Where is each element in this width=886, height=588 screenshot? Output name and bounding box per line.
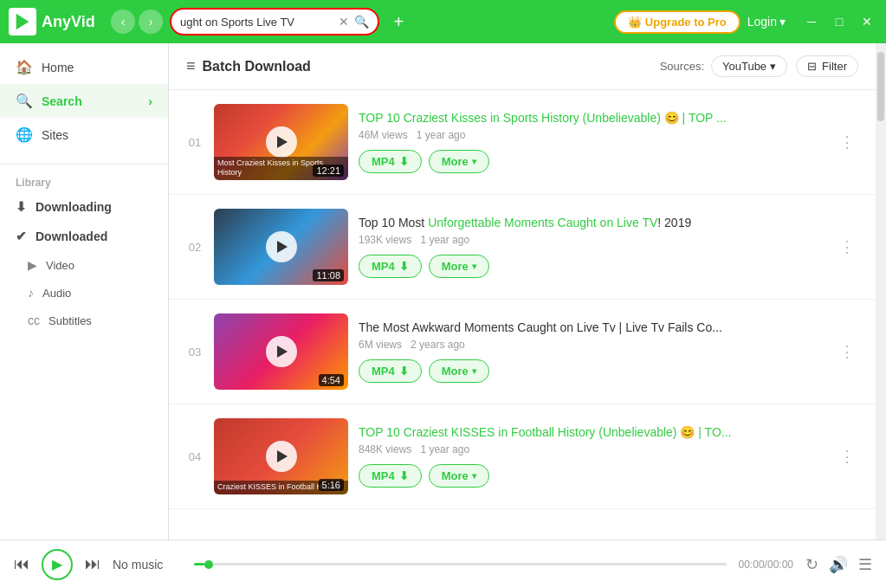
check-circle-icon: ✔ <box>16 229 27 244</box>
thumbnail[interactable]: Most Craziest Kisses in Sports History 1… <box>214 104 348 180</box>
thumbnail[interactable]: 11:08 <box>214 209 348 285</box>
more-label: More <box>442 365 469 378</box>
search-input[interactable] <box>180 16 333 29</box>
logo-icon <box>9 8 36 36</box>
upgrade-label: Upgrade to Pro <box>645 16 727 29</box>
play-overlay[interactable] <box>266 441 297 472</box>
sidebar-item-downloading[interactable]: ⬇ Downloading <box>0 192 168 222</box>
video-meta: 6M views 2 years ago <box>359 339 825 351</box>
minimize-button[interactable]: ─ <box>801 11 822 32</box>
more-button[interactable]: More ▾ <box>429 464 489 488</box>
item-options-icon[interactable]: ⋮ <box>836 132 858 152</box>
player-right-controls: ↻ 🔊 ☰ <box>805 555 872 574</box>
sources-label: Sources: <box>660 60 704 73</box>
subtitles-icon: cc <box>28 313 40 327</box>
add-tab-button[interactable]: + <box>386 10 411 34</box>
video-info: The Most Awkward Moments Caught on Live … <box>359 320 825 383</box>
table-row: 01 Most Craziest Kisses in Sports Histor… <box>169 90 876 195</box>
app-name: AnyVid <box>42 13 95 31</box>
video-duration: 4:54 <box>319 374 344 386</box>
bottom-player: ⏮ ▶ ⏭ No music 00:00/00:00 ↻ 🔊 ☰ <box>0 540 886 588</box>
maximize-button[interactable]: □ <box>829 11 850 32</box>
search-clear-button[interactable]: ✕ <box>339 15 349 29</box>
sidebar-item-audio[interactable]: ♪ Audio <box>0 279 168 307</box>
more-button[interactable]: More ▾ <box>429 359 489 383</box>
upload-time: 1 year ago <box>420 234 469 246</box>
play-overlay[interactable] <box>266 336 297 367</box>
sidebar-item-home[interactable]: 🏠 Home <box>0 50 168 84</box>
filter-button[interactable]: ⊟ Filter <box>796 55 858 77</box>
play-overlay[interactable] <box>266 231 297 262</box>
sidebar-item-sites[interactable]: 🌐 Sites <box>0 118 168 152</box>
more-label: More <box>442 469 469 482</box>
repeat-button[interactable]: ↻ <box>805 555 818 574</box>
mp4-button[interactable]: MP4 ⬇ <box>359 255 422 278</box>
window-controls: ─ □ ✕ <box>801 11 877 32</box>
login-chevron-icon: ▾ <box>779 15 786 29</box>
download-icon: ⬇ <box>399 155 409 168</box>
video-actions: MP4 ⬇ More ▾ <box>359 359 825 383</box>
item-options-icon[interactable]: ⋮ <box>836 447 858 466</box>
batch-icon: ≡ <box>186 57 196 75</box>
main-layout: 🏠 Home 🔍 Search › 🌐 Sites Library ⬇ Down… <box>0 43 886 540</box>
player-prev-button[interactable]: ⏮ <box>14 555 29 573</box>
video-duration: 12:21 <box>313 165 344 177</box>
video-info: TOP 10 Craziest Kisses in Sports History… <box>359 111 825 173</box>
video-info: TOP 10 Craziest KISSES in Football Histo… <box>359 425 825 488</box>
progress-track[interactable] <box>194 563 727 565</box>
item-options-icon[interactable]: ⋮ <box>836 342 858 361</box>
sidebar-search-label: Search <box>42 94 82 108</box>
video-duration: 5:16 <box>319 479 344 491</box>
video-title: TOP 10 Craziest Kisses in Sports History… <box>359 111 825 125</box>
video-number: 03 <box>186 346 204 359</box>
upgrade-button[interactable]: 👑 Upgrade to Pro <box>614 10 740 34</box>
more-button[interactable]: More ▾ <box>429 150 489 173</box>
playlist-button[interactable]: ☰ <box>858 555 872 574</box>
player-play-button[interactable]: ▶ <box>42 549 73 580</box>
mp4-button[interactable]: MP4 ⬇ <box>359 150 422 173</box>
video-title: Top 10 Most Unforgettable Moments Caught… <box>359 216 825 229</box>
title-prefix: Top 10 Most <box>359 216 428 229</box>
sidebar-item-subtitles[interactable]: cc Subtitles <box>0 307 168 334</box>
close-button[interactable]: ✕ <box>857 11 877 32</box>
mp4-label: MP4 <box>372 365 395 378</box>
volume-button[interactable]: 🔊 <box>829 555 848 574</box>
audio-icon: ♪ <box>28 286 34 300</box>
play-overlay[interactable] <box>266 126 297 158</box>
nav-arrows: ‹ › <box>111 10 163 34</box>
scrollbar-thumb[interactable] <box>877 52 884 121</box>
mp4-button[interactable]: MP4 ⬇ <box>359 464 422 488</box>
search-submit-button[interactable]: 🔍 <box>354 15 369 29</box>
thumbnail[interactable]: Craziest KISSES in Football History 5:16 <box>214 418 348 494</box>
video-label: Video <box>46 259 74 272</box>
sources-dropdown[interactable]: YouTube ▾ <box>711 55 787 77</box>
more-chevron-icon: ▾ <box>472 366 476 376</box>
search-bar-container: ✕ 🔍 <box>170 8 379 36</box>
batch-download-title: Batch Download <box>203 59 311 74</box>
sidebar-item-downloaded[interactable]: ✔ Downloaded <box>0 222 168 251</box>
content-header: ≡ Batch Download Sources: YouTube ▾ ⊟ Fi… <box>169 43 876 90</box>
sidebar-sites-label: Sites <box>42 128 68 142</box>
scrollbar-track[interactable] <box>876 43 886 540</box>
login-button[interactable]: Login ▾ <box>747 15 786 29</box>
title-suffix: ! 2019 <box>657 216 691 229</box>
nav-back-button[interactable]: ‹ <box>111 10 135 34</box>
video-number: 04 <box>186 450 204 463</box>
table-row: 04 Craziest KISSES in Football History 5… <box>169 404 876 509</box>
sidebar: 🏠 Home 🔍 Search › 🌐 Sites Library ⬇ Down… <box>0 43 169 540</box>
player-next-button[interactable]: ⏭ <box>85 555 100 573</box>
downloading-label: Downloading <box>36 200 112 214</box>
upload-time: 2 years ago <box>411 339 465 351</box>
mp4-button[interactable]: MP4 ⬇ <box>359 359 422 383</box>
sidebar-divider <box>0 164 168 165</box>
video-actions: MP4 ⬇ More ▾ <box>359 464 825 488</box>
more-button[interactable]: More ▾ <box>429 255 489 278</box>
video-number: 01 <box>186 136 204 149</box>
sidebar-item-video[interactable]: ▶ Video <box>0 251 168 279</box>
thumbnail[interactable]: 4:54 <box>214 313 348 390</box>
sources-chevron-icon: ▾ <box>770 60 776 73</box>
progress-fill <box>194 563 204 565</box>
sidebar-item-search[interactable]: 🔍 Search › <box>0 84 168 118</box>
nav-forward-button[interactable]: › <box>139 10 163 34</box>
item-options-icon[interactable]: ⋮ <box>836 237 858 256</box>
